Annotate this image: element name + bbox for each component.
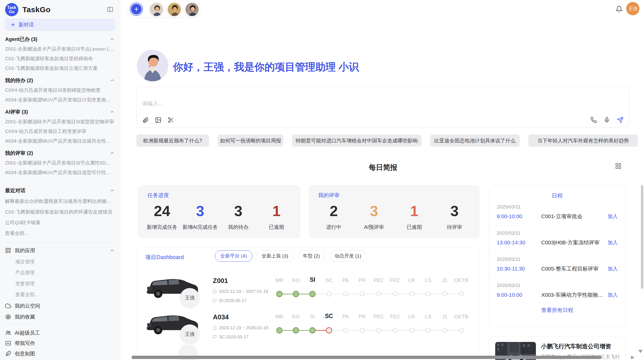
- milestone-node[interactable]: [360, 291, 365, 296]
- sidebar-item-favorites[interactable]: 我的收藏: [5, 313, 115, 321]
- milestone-node[interactable]: [276, 327, 283, 334]
- milestone-node[interactable]: [276, 291, 283, 297]
- sidebar-item-app[interactable]: 变更管理: [5, 280, 115, 287]
- sidebar-item[interactable]: C02-飞腾新能源轻客改款项目立项汇报方案: [5, 65, 115, 72]
- suggestion-chip[interactable]: 欧洲新规最近颁布了什么?: [136, 134, 209, 147]
- sidebar-item-my-apps[interactable]: 我的应用: [5, 247, 115, 254]
- agent-avatar-1[interactable]: [149, 2, 164, 17]
- project-row[interactable]: 王强 Z001 2023-12-19 ~ 2027-01-19 SI-2025-…: [137, 270, 479, 307]
- suggestion-chip[interactable]: 特朗普可能对进口汽车增税会对中国车企造成哪些影响: [292, 134, 421, 147]
- dashboard-filter-tab[interactable]: 全新上装 (3): [256, 250, 294, 262]
- milestone-node[interactable]: [393, 328, 398, 333]
- user-avatar[interactable]: 王强: [626, 2, 639, 15]
- chat-input[interactable]: [142, 100, 447, 107]
- recent-conversation-item[interactable]: 解释最新出台的欧盟报废车法规再生塑料比例被调至15%...: [5, 198, 115, 205]
- milestone-node[interactable]: [442, 291, 447, 296]
- dashboard-filter-tabs: 全新平台 (4)全新上装 (3)年型 (2)动总开发 (1): [215, 250, 367, 262]
- collapse-sidebar-icon[interactable]: [107, 6, 113, 14]
- milestone-label: J1: [436, 314, 453, 320]
- milestone-node[interactable]: [409, 291, 414, 296]
- sidebar-item-view-all-apps[interactable]: 查看全部...: [5, 291, 115, 298]
- view-all-conversations[interactable]: 查看全部...: [5, 230, 115, 237]
- dashboard-filter-tab[interactable]: 全新平台 (4): [215, 250, 252, 262]
- sidebar-item-creative-drawing[interactable]: 创意制图: [5, 350, 115, 357]
- agent-avatar-2[interactable]: [167, 2, 182, 17]
- sidebar-item[interactable]: A034-全新新能源MUV产品开发项目造型可行性评审: [5, 169, 115, 176]
- milestone-node[interactable]: [293, 291, 299, 297]
- milestone-cell: [436, 325, 453, 336]
- scroll-right-arrow[interactable]: [631, 356, 634, 359]
- milestone-node[interactable]: [426, 291, 431, 296]
- sidebar-section-header[interactable]: Agent已办 (3): [5, 36, 115, 43]
- sidebar-item[interactable]: A034-全新新能源MUV产品开发项目法规符合性评审: [5, 138, 115, 144]
- milestone-node[interactable]: [426, 328, 431, 333]
- sidebar-item-app[interactable]: 项目管理: [5, 259, 115, 265]
- vertical-scrollbar[interactable]: [641, 185, 643, 289]
- stat-value: 1: [257, 202, 296, 220]
- milestone-node[interactable]: [293, 327, 299, 334]
- recent-conversation-item[interactable]: 公司Q3轻卡销量: [5, 219, 115, 226]
- sidebar-section-header[interactable]: 我的评审 (2): [5, 149, 115, 157]
- milestone-node[interactable]: [409, 328, 414, 333]
- join-meeting-link[interactable]: 加入: [608, 292, 618, 298]
- sidebar-section-header[interactable]: 我的待办 (2): [5, 77, 115, 84]
- view-all-schedule-link[interactable]: 查看所有日程: [489, 307, 625, 314]
- dashboard-filter-tab[interactable]: 年型 (2): [298, 250, 325, 262]
- sidebar-section-header-recent[interactable]: 最近对话: [5, 187, 115, 194]
- project-owner-badge: 王强: [180, 324, 200, 344]
- sidebar-item-ai-employee[interactable]: AI超级员工: [5, 329, 115, 337]
- milestone-node[interactable]: [309, 291, 316, 297]
- milestone-node[interactable]: [343, 328, 348, 333]
- recent-conversation-item[interactable]: C02-飞腾新能源轻客改款项目的闭环通告反馈情况: [5, 209, 115, 215]
- sidebar-item[interactable]: C02-飞腾新能源轻客改款项目里程碑画布: [5, 55, 115, 62]
- suggestion-chip[interactable]: 如何写一份清晰的项目周报: [218, 134, 283, 147]
- project-dates: 2023-12-19 ~ 2027-01-19: [212, 289, 268, 294]
- notification-bell-icon[interactable]: [616, 6, 623, 14]
- attachment-icon[interactable]: [142, 117, 149, 123]
- sidebar-item-app[interactable]: 产品管理: [5, 269, 115, 276]
- milestone-node[interactable]: [326, 327, 332, 334]
- sidebar-item[interactable]: C0X4-动力总成开发项目SI里程碑提交物检查: [5, 87, 115, 94]
- milestone-node[interactable]: [327, 291, 332, 296]
- phone-icon[interactable]: [590, 117, 597, 123]
- sidebar-item[interactable]: A034-全新新能源MUV产品开发项目计划变更表编写: [5, 97, 115, 103]
- layout-grid-icon[interactable]: [615, 163, 622, 170]
- sidebar-item[interactable]: Z001-全新燃油轻卡产品开发项目SI造型提交物评审: [5, 118, 115, 125]
- sidebar-item-writing[interactable]: 帮我写作: [5, 339, 115, 347]
- sidebar-item-cloud-space[interactable]: 我的云空间: [5, 302, 115, 310]
- milestone-label: MR: [271, 277, 288, 283]
- scroll-down-arrow[interactable]: [638, 350, 642, 353]
- sidebar-item[interactable]: Z001-全新燃油皮卡产品开发项目SI节点Lesson Learn报告: [5, 46, 115, 52]
- send-icon[interactable]: [617, 117, 623, 123]
- milestone-node[interactable]: [442, 328, 447, 333]
- milestone-node[interactable]: [459, 291, 464, 296]
- milestone-node[interactable]: [376, 328, 381, 333]
- milestone-node[interactable]: [376, 291, 381, 296]
- join-meeting-link[interactable]: 加入: [608, 213, 618, 220]
- milestone-node[interactable]: [459, 328, 464, 333]
- new-chat-button[interactable]: 新对话: [5, 19, 115, 31]
- add-agent-button[interactable]: +: [130, 3, 142, 15]
- join-meeting-link[interactable]: 加入: [608, 265, 618, 272]
- milestone-cell: [337, 325, 354, 336]
- sidebar-section-header[interactable]: AI评审 (3): [5, 108, 115, 115]
- horizontal-scrollbar[interactable]: [131, 356, 602, 359]
- microphone-icon[interactable]: [604, 117, 610, 123]
- scissors-icon[interactable]: [168, 117, 174, 123]
- suggestion-chip[interactable]: 比亚迪全固态电池计划具体说了什么: [430, 134, 520, 147]
- sidebar-item[interactable]: Z001-全新燃油轻卡产品开发项目SI节点属性5D文件评审: [5, 160, 115, 166]
- milestone-node[interactable]: [309, 327, 316, 334]
- suggestion-chips: 欧洲新规最近颁布了什么?如何写一份清晰的项目周报特朗普可能对进口汽车增税会对中国…: [136, 134, 630, 147]
- app-window: Task Go TaskGo 新对话 Agent已办 (3)Z001-全新燃油皮…: [0, 0, 644, 360]
- sidebar-item[interactable]: C0X4-动力总成开发项目工程变更评审: [5, 128, 115, 135]
- milestone-node[interactable]: [393, 291, 398, 296]
- join-meeting-link[interactable]: 加入: [608, 239, 618, 246]
- milestone-node[interactable]: [360, 328, 365, 333]
- agent-avatar-3[interactable]: [185, 2, 199, 17]
- suggestion-chip[interactable]: 当下年轻人对汽车外观有怎样的喜好趋势: [528, 134, 638, 147]
- chevron-up-icon: [109, 109, 115, 115]
- milestone-node[interactable]: [343, 291, 348, 296]
- image-icon[interactable]: [155, 117, 162, 123]
- project-row[interactable]: 王强 A034 2023-12-19 ~ 2026-01-19 SC-2025-…: [137, 307, 479, 343]
- dashboard-filter-tab[interactable]: 动总开发 (1): [329, 250, 367, 262]
